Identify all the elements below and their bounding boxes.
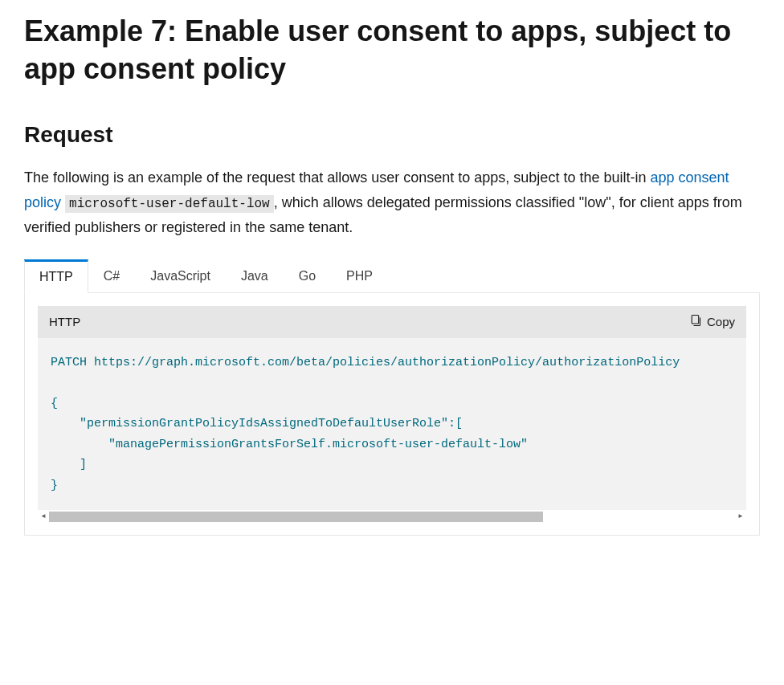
scroll-left-arrow-icon[interactable]: ◄ — [38, 512, 49, 522]
copy-button[interactable]: Copy — [689, 314, 735, 329]
tab-javascript[interactable]: JavaScript — [135, 259, 226, 293]
code-url: https://graph.microsoft.com/beta/policie… — [94, 356, 680, 369]
code-panel: HTTP Copy PATCH https://graph.microsoft.… — [24, 293, 760, 536]
example-heading: Example 7: Enable user consent to apps, … — [24, 13, 760, 88]
code-body[interactable]: PATCH https://graph.microsoft.com/beta/p… — [38, 338, 746, 511]
language-tabs: HTTP C# JavaScript Java Go PHP — [24, 259, 760, 293]
horizontal-scrollbar[interactable]: ◄ ► — [38, 512, 746, 522]
tab-http[interactable]: HTTP — [24, 259, 88, 293]
tab-java[interactable]: Java — [226, 259, 284, 293]
code-key-line: "permissionGrantPolicyIdsAssignedToDefau… — [51, 417, 463, 430]
copy-icon — [689, 314, 702, 329]
code-tabs-container: HTTP C# JavaScript Java Go PHP HTTP Copy… — [24, 259, 760, 536]
request-heading: Request — [24, 117, 760, 153]
code-header: HTTP Copy — [38, 306, 746, 338]
tab-csharp[interactable]: C# — [88, 259, 135, 293]
inline-code-policy-id: microsoft-user-default-low — [65, 195, 274, 213]
scrollbar-thumb[interactable] — [49, 512, 543, 522]
scrollbar-track[interactable] — [49, 512, 735, 522]
request-description: The following is an example of the reque… — [24, 165, 760, 239]
code-brace-close: } — [51, 479, 58, 492]
code-brace-open: { — [51, 397, 58, 410]
code-scroll-wrapper: PATCH https://graph.microsoft.com/beta/p… — [38, 338, 746, 523]
tab-php[interactable]: PHP — [331, 259, 388, 293]
svg-rect-0 — [692, 316, 699, 324]
desc-text-prefix: The following is an example of the reque… — [24, 169, 650, 186]
tab-go[interactable]: Go — [284, 259, 331, 293]
scroll-right-arrow-icon[interactable]: ► — [735, 512, 746, 522]
copy-button-label: Copy — [707, 315, 735, 328]
code-value-line: "managePermissionGrantsForSelf.microsoft… — [51, 438, 528, 451]
code-language-label: HTTP — [49, 312, 80, 332]
code-array-close: ] — [51, 458, 87, 471]
code-method: PATCH — [51, 356, 87, 369]
